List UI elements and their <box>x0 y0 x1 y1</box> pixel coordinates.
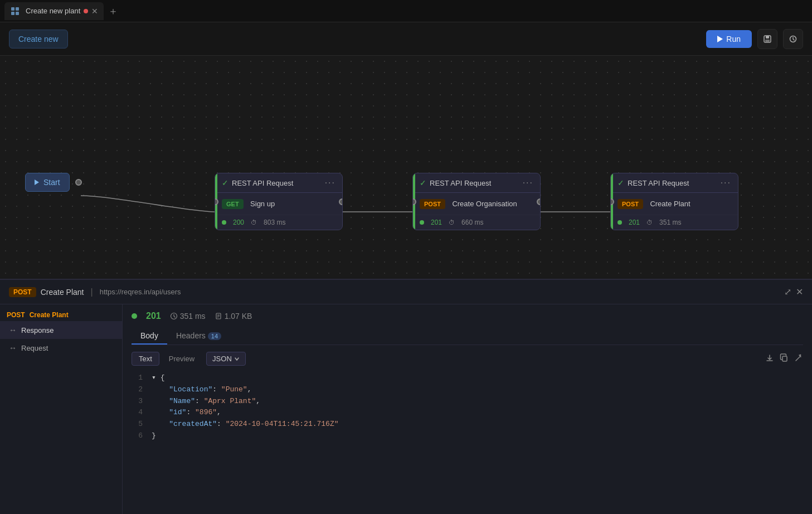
start-button: Start <box>25 173 70 192</box>
api-node-plant[interactable]: ✓ REST API Request ··· POST Create Plant… <box>610 173 738 230</box>
sidebar-item-label: Response <box>21 326 54 334</box>
check-icon: ✓ <box>420 178 426 187</box>
svg-rect-5 <box>766 36 769 38</box>
svg-point-16 <box>800 354 801 356</box>
node-output-connector <box>537 198 541 205</box>
node-header: ✓ REST API Request ··· <box>215 173 342 193</box>
save-icon <box>763 35 772 43</box>
response-tabs: Body Headers14 <box>132 328 803 345</box>
sidebar-section-header: POST Create Plant <box>0 309 122 321</box>
code-area: 1 ▾ { 2 "Location": "Pune", 3 "Name": "A… <box>132 372 803 507</box>
tab-create-new-plant[interactable]: Create new plant ✕ <box>4 2 104 20</box>
panel-header-left: POST Create Plant | https://reqres.in/ap… <box>9 287 181 297</box>
sidebar-item-label: Request <box>21 344 48 352</box>
time-value: 351 ms <box>659 219 681 226</box>
panel-url: https://reqres.in/api/users <box>100 288 181 296</box>
node-body: GET Sign up <box>215 193 342 215</box>
tab-bar: Create new plant ✕ ＋ <box>0 0 812 22</box>
resp-status-dot <box>132 313 137 319</box>
sidebar-section-label: Create Plant <box>30 311 69 319</box>
node-type-label: REST API Request <box>430 179 491 187</box>
resp-status-code: 201 <box>146 311 161 321</box>
svg-rect-3 <box>16 12 19 15</box>
run-button[interactable]: Run <box>706 30 752 48</box>
panel-close-btn[interactable]: ✕ <box>796 287 803 297</box>
copy-icon[interactable] <box>780 353 789 365</box>
format-right-icons <box>765 353 803 365</box>
node-body: POST Create Plant <box>611 193 738 215</box>
panel-main: 201 351 ms 1.07 KB <box>123 304 812 514</box>
start-play-icon <box>35 180 39 185</box>
node-body: POST Create Organisation <box>413 193 540 215</box>
status-code: 201 <box>629 219 640 226</box>
save-button[interactable] <box>757 29 777 49</box>
node-footer: 201 ⏱ 660 ms <box>413 215 540 230</box>
code-line-2: 2 "Location": "Pune", <box>132 384 803 396</box>
json-format-dropdown[interactable]: JSON <box>206 352 246 366</box>
method-badge: POST <box>420 199 445 209</box>
new-tab-btn[interactable]: ＋ <box>108 4 118 18</box>
method-badge: POST <box>617 199 643 209</box>
check-icon: ✓ <box>617 178 624 187</box>
node-header: ✓ REST API Request ··· <box>413 173 540 193</box>
svg-rect-2 <box>11 12 14 15</box>
status-dot <box>617 220 622 225</box>
create-new-button[interactable]: Create new <box>9 30 68 49</box>
api-node-organisation[interactable]: ✓ REST API Request ··· POST Create Organ… <box>412 173 541 230</box>
svg-rect-15 <box>782 356 787 361</box>
response-status-bar: 201 351 ms 1.07 KB <box>132 311 803 321</box>
code-line-5: 5 "createdAt": "2024-10-04T11:45:21.716Z… <box>132 419 803 430</box>
start-node[interactable]: Start <box>25 173 82 192</box>
endpoint-name: Create Organisation <box>452 200 517 208</box>
node-header: ✓ REST API Request ··· <box>611 173 738 193</box>
check-icon: ✓ <box>222 178 228 187</box>
canvas-area[interactable]: Start ✓ REST API Request ··· GET Sign up… <box>0 56 812 301</box>
format-text-btn[interactable]: Text <box>132 352 159 366</box>
format-preview-btn[interactable]: Preview <box>162 352 202 366</box>
format-row: Text Preview JSON <box>132 352 803 366</box>
code-line-6: 6 } <box>132 430 803 442</box>
request-icon: ↔ <box>9 343 17 352</box>
tab-label: Create new plant <box>26 7 80 15</box>
response-icon: ↔ <box>9 326 17 334</box>
node-more-btn[interactable]: ··· <box>721 178 731 188</box>
tab-body[interactable]: Body <box>132 328 167 345</box>
json-format-label: JSON <box>212 355 232 363</box>
run-label: Run <box>726 35 741 43</box>
sidebar-item-request[interactable]: ↔ Request <box>0 339 122 357</box>
chevron-down-icon <box>234 356 240 362</box>
svg-rect-0 <box>11 7 14 11</box>
headers-badge: 14 <box>208 332 221 340</box>
panel-title: Create Plant <box>41 288 84 297</box>
node-title: ✓ REST API Request <box>617 178 689 187</box>
history-icon <box>789 35 798 43</box>
tab-close-btn[interactable]: ✕ <box>91 7 98 15</box>
download-icon[interactable] <box>765 353 774 365</box>
resp-size-value: 1.07 KB <box>225 312 252 321</box>
code-line-3: 3 "Name": "Aprx Plant", <box>132 396 803 408</box>
api-node-signup[interactable]: ✓ REST API Request ··· GET Sign up 200 ⏱… <box>215 173 343 230</box>
history-button[interactable] <box>783 29 803 49</box>
main-toolbar: Create new Run <box>0 22 812 56</box>
tab-headers[interactable]: Headers14 <box>167 328 230 345</box>
clock-icon <box>170 312 178 320</box>
format-buttons: Text Preview <box>132 352 202 366</box>
status-dot <box>222 220 226 225</box>
sidebar-item-response[interactable]: ↔ Response <box>0 321 122 339</box>
node-title: ✓ REST API Request <box>420 178 491 187</box>
time-value: 803 ms <box>264 219 285 226</box>
panel-header-right: ⤢ ✕ <box>784 287 803 297</box>
wand-icon[interactable] <box>794 353 803 365</box>
node-more-btn[interactable]: ··· <box>325 178 336 188</box>
endpoint-name: Create Plant <box>650 200 690 208</box>
svg-rect-6 <box>765 40 770 42</box>
resp-size: 1.07 KB <box>215 312 252 321</box>
resp-time: 351 ms <box>170 312 206 321</box>
node-footer: 201 ⏱ 351 ms <box>611 215 738 230</box>
panel-header: POST Create Plant | https://reqres.in/ap… <box>0 280 812 304</box>
node-type-label: REST API Request <box>232 179 293 187</box>
node-type-label: REST API Request <box>628 179 689 187</box>
node-more-btn[interactable]: ··· <box>523 178 533 188</box>
panel-expand-btn[interactable]: ⤢ <box>784 287 791 297</box>
start-label: Start <box>43 178 60 187</box>
